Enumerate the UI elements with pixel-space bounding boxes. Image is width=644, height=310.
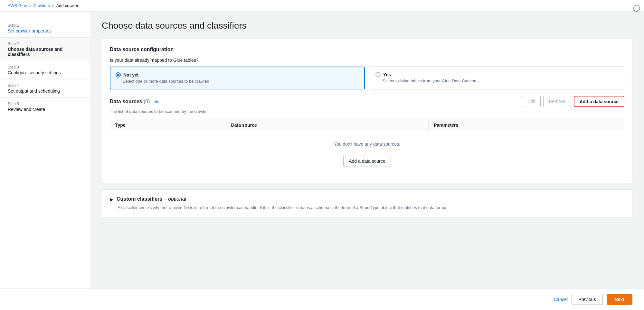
radio-yes-text: Yes — [383, 72, 391, 77]
radio-not-yet-text: Not yet — [123, 72, 138, 78]
main-content: Choose data sources and classifiers Data… — [90, 12, 644, 307]
breadcrumb-current: Add crawler — [56, 3, 79, 8]
count-badge: (0) — [144, 99, 150, 104]
custom-classifiers-panel: ▶ Custom classifiers – optional A classi… — [102, 189, 632, 218]
collapse-icon[interactable]: ▶ — [110, 197, 113, 202]
add-data-source-button-top[interactable]: Add a data source — [574, 96, 624, 107]
step-3-title: Configure security settings — [8, 70, 82, 75]
section-title: Data sources (0) — [110, 99, 150, 105]
radio-not-yet-label-row: Not yet — [116, 72, 359, 78]
edit-button[interactable]: Edit — [522, 96, 541, 107]
info-link[interactable]: Info — [153, 99, 160, 104]
classifier-title: Custom classifiers – optional — [117, 196, 186, 202]
sidebar-step-2[interactable]: Step 2 Choose data sources and classifie… — [0, 38, 90, 61]
breadcrumb-awsglue[interactable]: AWS Glue — [8, 3, 27, 8]
step-1-label: Step 1 — [8, 23, 82, 28]
col-data-source: Data source — [226, 119, 428, 131]
data-sources-table: Type Data source Parameters You don't ha… — [110, 119, 624, 175]
radio-not-yet-circle — [116, 72, 121, 78]
radio-yes-label-row: Yes — [375, 72, 619, 77]
section-title-row: Data sources (0) Info — [110, 99, 159, 105]
add-data-source-button-empty[interactable]: Add a data source — [343, 156, 391, 167]
previous-button[interactable]: Previous — [572, 294, 602, 305]
empty-row: You don't have any data sources. — [110, 131, 624, 153]
radio-not-yet-desc: Select one or more data sources to be cr… — [116, 79, 359, 84]
step-4-title: Set output and scheduling — [8, 88, 82, 94]
step-2-label: Step 2 — [8, 41, 82, 46]
step-4-label: Step 4 — [8, 83, 82, 88]
section-desc: The list of data sources to be scanned b… — [110, 109, 624, 114]
classifier-title-text: Custom classifiers – — [117, 196, 168, 202]
col-parameters: Parameters — [429, 119, 624, 131]
data-sources-buttons: Edit Remove Add a data source — [522, 96, 624, 107]
breadcrumb-sep-1: > — [29, 3, 32, 8]
classifier-desc: A classifier checks whether a given file… — [110, 205, 624, 211]
empty-btn-row: Add a data source — [110, 153, 624, 175]
question-label: Is your data already mapped to Glue tabl… — [110, 58, 624, 63]
empty-message: You don't have any data sources. — [115, 139, 619, 149]
step-2-title: Choose data sources and classifiers — [8, 47, 82, 57]
step-5-label: Step 5 — [8, 102, 82, 106]
step-3-label: Step 3 — [8, 65, 82, 69]
radio-yes-desc: Select existing tables from your Glue Da… — [375, 78, 619, 83]
classifier-title-italic: optional — [168, 196, 186, 202]
section-title-text: Data sources — [110, 99, 142, 104]
radio-option-yes[interactable]: Yes Select existing tables from your Glu… — [370, 67, 624, 89]
footer-spacer — [102, 218, 632, 243]
sidebar-step-1[interactable]: Step 1 Set crawler properties — [0, 19, 90, 38]
remove-button[interactable]: Remove — [543, 96, 571, 107]
radio-group: Not yet Select one or more data sources … — [110, 67, 624, 89]
next-button[interactable]: Next — [607, 294, 632, 305]
corner-icon: ◯ — [633, 4, 640, 12]
col-type: Type — [110, 119, 226, 131]
radio-option-not-yet[interactable]: Not yet Select one or more data sources … — [110, 67, 365, 89]
sidebar-step-4[interactable]: Step 4 Set output and scheduling — [0, 79, 90, 98]
classifier-header: ▶ Custom classifiers – optional — [110, 196, 624, 202]
radio-yes-circle — [375, 72, 381, 77]
breadcrumb: AWS Glue > Crawlers > Add crawler — [0, 0, 644, 12]
data-source-config-panel: Data source configuration Is your data a… — [102, 39, 632, 183]
page-layout: Step 1 Set crawler properties Step 2 Cho… — [0, 12, 644, 307]
panel-title: Data source configuration — [110, 47, 624, 52]
sidebar-step-3[interactable]: Step 3 Configure security settings — [0, 61, 90, 79]
data-sources-header: Data sources (0) Info Edit Remove Add a … — [110, 96, 624, 107]
step-5-title: Review and create — [8, 107, 82, 112]
cancel-button[interactable]: Cancel — [554, 297, 568, 302]
footer-bar: Cancel Previous Next — [0, 288, 644, 310]
sidebar-step-5[interactable]: Step 5 Review and create — [0, 98, 90, 116]
page-title: Choose data sources and classifiers — [102, 21, 632, 31]
sidebar: Step 1 Set crawler properties Step 2 Cho… — [0, 12, 90, 307]
step-1-title[interactable]: Set crawler properties — [8, 28, 82, 33]
breadcrumb-sep-2: > — [52, 3, 54, 8]
breadcrumb-crawlers[interactable]: Crawlers — [33, 3, 50, 8]
